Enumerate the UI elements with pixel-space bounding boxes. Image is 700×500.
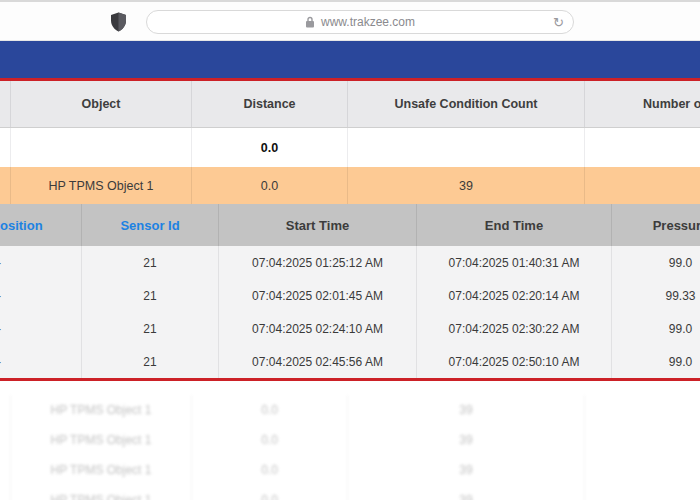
detail-col-sensor-id[interactable]: Sensor Id (82, 204, 219, 246)
position-value: -- (0, 246, 82, 279)
detail-table-body: -- 21 07:04:2025 01:25:12 AM 07:04:2025 … (0, 246, 700, 378)
privacy-shield-icon[interactable] (110, 12, 127, 32)
background-row[interactable]: HP TPMS Object 1 0.0 39 (0, 395, 700, 425)
detail-row[interactable]: -- 21 07:04:2025 01:25:12 AM 07:04:2025 … (0, 246, 700, 279)
sensor-id-value: 21 (82, 312, 219, 345)
summary-table-header: Object Distance Unsafe Condition Count N… (0, 81, 700, 128)
position-value: -- (0, 345, 82, 378)
object-name: HP TPMS Object 1 (11, 167, 192, 204)
sensor-id-value: 21 (82, 345, 219, 378)
pressure-value: 99.0 (612, 345, 700, 378)
position-value: -- (0, 279, 82, 312)
summary-col-object[interactable]: Object (11, 81, 192, 127)
browser-toolbar: www.trakzee.com ↻ (0, 0, 700, 41)
end-time-value: 07:04:2025 01:40:31 AM (417, 246, 612, 279)
detail-row[interactable]: -- 21 07:04:2025 02:24:10 AM 07:04:2025 … (0, 312, 700, 345)
summary-total-row[interactable]: 0.0 (0, 128, 700, 167)
background-row[interactable]: HP TPMS Object 1 0.0 39 (0, 455, 700, 485)
app-header-banner (0, 41, 700, 81)
start-time-value: 07:04:2025 02:24:10 AM (219, 312, 417, 345)
start-time-value: 07:04:2025 02:01:45 AM (219, 279, 417, 312)
url-text: www.trakzee.com (321, 15, 415, 29)
end-time-value: 07:04:2025 02:30:22 AM (417, 312, 612, 345)
start-time-value: 07:04:2025 01:25:12 AM (219, 246, 417, 279)
report-content: Object Distance Unsafe Condition Count N… (0, 81, 700, 378)
total-distance: 0.0 (192, 128, 348, 167)
pressure-value: 99.0 (612, 312, 700, 345)
summary-col-distance[interactable]: Distance (192, 81, 348, 127)
background-row[interactable]: HP TPMS Object 1 0.0 39 (0, 485, 700, 500)
detail-row[interactable]: -- 21 07:04:2025 02:01:45 AM 07:04:2025 … (0, 279, 700, 312)
sensor-id-value: 21 (82, 279, 219, 312)
pressure-value: 99.33 (612, 279, 700, 312)
sensor-id-value: 21 (82, 246, 219, 279)
detail-table-header: osition Sensor Id Start Time End Time Pr… (0, 204, 700, 246)
end-time-value: 07:04:2025 02:20:14 AM (417, 279, 612, 312)
pressure-value: 99.0 (612, 246, 700, 279)
red-highlight-line (0, 378, 700, 381)
start-time-value: 07:04:2025 02:45:56 AM (219, 345, 417, 378)
unsafe-count-value: 39 (348, 167, 585, 204)
distance-value: 0.0 (192, 167, 348, 204)
detail-col-position[interactable]: osition (0, 204, 82, 246)
end-time-value: 07:04:2025 02:50:10 AM (417, 345, 612, 378)
address-bar[interactable]: www.trakzee.com ↻ (146, 10, 574, 34)
detail-col-start-time[interactable]: Start Time (219, 204, 417, 246)
summary-col-unsafe-count[interactable]: Unsafe Condition Count (348, 81, 585, 127)
summary-selected-row[interactable]: HP TPMS Object 1 0.0 39 (0, 167, 700, 204)
detail-row[interactable]: -- 21 07:04:2025 02:45:56 AM 07:04:2025 … (0, 345, 700, 378)
reload-icon[interactable]: ↻ (553, 14, 564, 31)
background-summary-rows: HP TPMS Object 1 0.0 39 HP TPMS Object 1… (0, 381, 700, 500)
summary-col-blank (0, 81, 11, 127)
browser-window: www.trakzee.com ↻ Object Distance Unsafe… (0, 0, 700, 500)
summary-col-number-of[interactable]: Number o (585, 81, 700, 127)
background-row[interactable]: HP TPMS Object 1 0.0 39 (0, 425, 700, 455)
detail-col-pressure[interactable]: Pressure (612, 204, 700, 246)
position-value: -- (0, 312, 82, 345)
lock-icon (305, 16, 315, 28)
detail-col-end-time[interactable]: End Time (417, 204, 612, 246)
